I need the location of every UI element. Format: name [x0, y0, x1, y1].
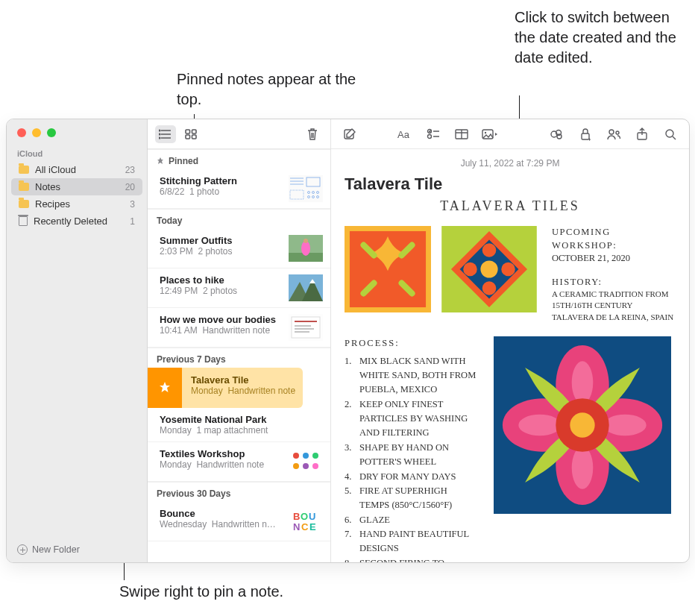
delete-note-button[interactable] [302, 125, 323, 143]
svg-rect-66 [582, 133, 589, 139]
note-document: July 11, 2022 at 7:29 PM Talavera Tile T… [331, 149, 689, 562]
sidebar-item-label: Recently Deleted [34, 216, 107, 227]
svg-rect-7 [192, 130, 197, 133]
search-button[interactable] [661, 126, 680, 142]
zoom-window-button[interactable] [47, 128, 56, 137]
share-button[interactable] [632, 126, 652, 142]
format-button[interactable]: Aa [395, 126, 415, 142]
note-list-pane: Pinned Stitching Pattern 6/8/22 1 photo … [148, 119, 331, 562]
workshop-label: UPCOMING WORKSHOP: [552, 226, 676, 252]
svg-text:E: E [309, 521, 316, 532]
svg-point-5 [159, 137, 160, 139]
sidebar-item-count: 20 [125, 182, 135, 192]
note-row-bodies[interactable]: How we move our bodies 10:41 AM Handwrit… [148, 308, 330, 348]
handwritten-title: TALAVERA TILES [345, 198, 676, 214]
note-row-stitching[interactable]: Stitching Pattern 6/8/22 1 photo [148, 169, 330, 209]
note-row-hike[interactable]: Places to hike 12:49 PM 2 photos [148, 268, 330, 308]
content-toolbar: Aa [331, 119, 689, 149]
list-group-today: Today [148, 209, 330, 229]
svg-point-39 [293, 453, 299, 459]
process-step: 8.SECOND FIRING TO HARDEN THE GLAZE [345, 556, 477, 562]
notes-window: iCloud All iCloud 23 Notes 20 Recipes 3 [6, 119, 690, 563]
process-step: 2.KEEP ONLY FINEST PARTICLES BY WASHING … [345, 397, 477, 441]
list-group-pinned: Pinned [148, 149, 330, 169]
process-step: 7.HAND PAINT BEAUTIFUL DESIGNS [345, 527, 477, 556]
process-step: 6.GLAZE [345, 513, 477, 527]
sidebar-item-label: All iCloud [35, 164, 76, 175]
link-button[interactable] [547, 126, 567, 142]
sidebar-folder-list: All iCloud 23 Notes 20 Recipes 3 Recentl… [7, 160, 147, 231]
table-button[interactable] [452, 126, 471, 142]
svg-text:N: N [293, 521, 300, 532]
note-title: Bounce [160, 508, 283, 519]
callout-date: Click to switch between the date created… [515, 7, 686, 68]
process-step: 4.DRY FOR MANY DAYS [345, 470, 477, 484]
trash-icon [19, 216, 28, 226]
note-sub: 2:03 PM 2 photos [160, 246, 283, 257]
folder-icon [19, 200, 29, 208]
process-steps: 1.MIX BLACK SAND WITH WHITE SAND, BOTH F… [345, 354, 477, 562]
note-sub: Monday Handwritten note [191, 386, 295, 396]
plus-circle-icon [17, 544, 28, 555]
svg-point-62 [485, 131, 486, 133]
note-content-pane: Aa July 11, 2022 at 7:29 PM Talavera Til… [331, 119, 689, 562]
media-button[interactable] [480, 126, 500, 142]
note-row-yosemite[interactable]: Yosemite National Park Monday 1 map atta… [148, 408, 330, 442]
svg-text:O: O [301, 511, 308, 522]
workshop-date: OCTOBER 21, 2020 [552, 252, 676, 265]
svg-rect-6 [186, 130, 190, 133]
svg-text:B: B [293, 511, 300, 522]
lock-button[interactable] [576, 126, 595, 142]
tile-image-2 [441, 226, 537, 312]
view-list-button[interactable] [155, 125, 176, 143]
svg-point-27 [304, 239, 308, 243]
note-thumbnail: BOUNCE [289, 508, 323, 535]
svg-point-41 [312, 453, 318, 459]
minimize-window-button[interactable] [32, 128, 41, 137]
svg-point-56 [428, 134, 432, 138]
svg-rect-9 [192, 135, 197, 139]
note-title: Places to hike [160, 274, 283, 286]
svg-point-81 [480, 260, 497, 277]
collaborate-button[interactable] [604, 126, 623, 142]
svg-text:Aa: Aa [397, 129, 410, 140]
note-thumbnail [289, 314, 323, 341]
new-folder-label: New Folder [32, 544, 80, 555]
pin-icon [157, 157, 164, 165]
list-group-prev7: Previous 7 Days [148, 348, 330, 368]
sidebar-item-notes[interactable]: Notes 20 [11, 178, 142, 195]
pin-swipe-action[interactable] [148, 368, 182, 408]
compose-button[interactable] [340, 126, 359, 142]
svg-point-44 [312, 463, 318, 469]
checklist-button[interactable] [424, 126, 443, 142]
sidebar-item-all-icloud[interactable]: All iCloud 23 [11, 161, 142, 178]
note-thumbnail [289, 175, 323, 202]
note-sub: Monday Handwritten note [160, 459, 283, 470]
note-document-title: Talavera Tile [345, 175, 676, 194]
note-row-talavera[interactable]: Talavera Tile Monday Handwritten note [148, 368, 330, 408]
group-header-label: Pinned [169, 156, 198, 166]
group-header-label: Previous 7 Days [157, 354, 226, 365]
callout-swipe: Swipe right to pin a note. [119, 582, 283, 602]
svg-point-85 [570, 413, 594, 438]
note-date[interactable]: July 11, 2022 at 7:29 PM [345, 155, 676, 175]
folder-icon [19, 166, 29, 174]
note-row-summer[interactable]: Summer Outfits 2:03 PM 2 photos [148, 229, 330, 268]
note-title: How we move our bodies [160, 314, 283, 325]
note-sub: Wednesday Handwritten n… [160, 519, 283, 529]
note-row-textiles[interactable]: Textiles Workshop Monday Handwritten not… [148, 442, 330, 482]
note-sub: 12:49 PM 2 photos [160, 286, 283, 296]
sidebar-item-recipes[interactable]: Recipes 3 [11, 195, 142, 213]
note-title: Textiles Workshop [160, 448, 283, 459]
svg-point-4 [159, 133, 160, 135]
note-title: Yosemite National Park [160, 414, 323, 425]
svg-point-67 [609, 130, 614, 134]
view-grid-button[interactable] [180, 125, 201, 143]
note-title: Stitching Pattern [160, 175, 283, 186]
note-row-bounce[interactable]: Bounce Wednesday Handwritten n… BOUNCE [148, 502, 330, 541]
group-header-label: Today [157, 216, 182, 226]
close-window-button[interactable] [17, 128, 26, 137]
sidebar-section-header: iCloud [7, 145, 147, 160]
sidebar-item-recently-deleted[interactable]: Recently Deleted 1 [11, 213, 142, 230]
new-folder-button[interactable]: New Folder [7, 537, 147, 562]
